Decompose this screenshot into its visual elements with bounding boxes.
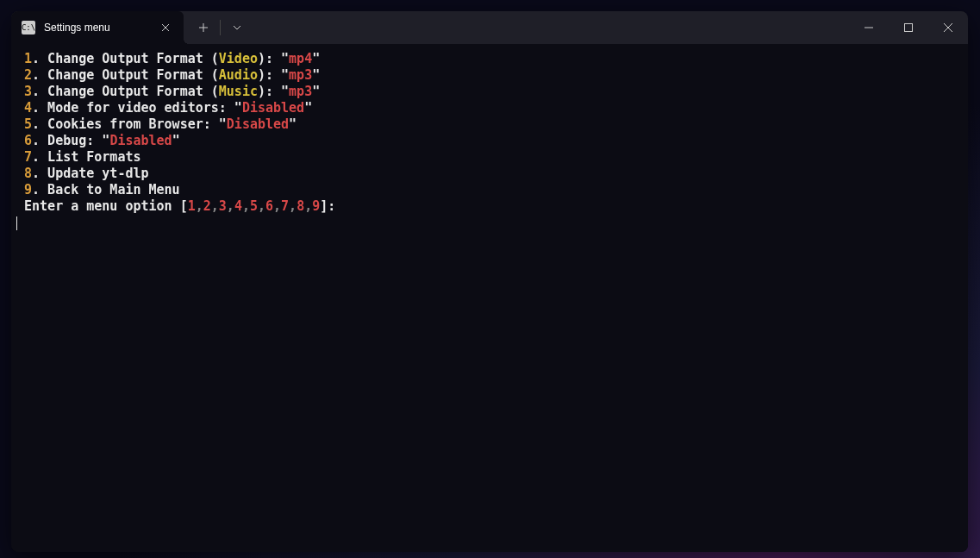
tab-actions bbox=[189, 11, 252, 44]
close-window-button[interactable] bbox=[928, 11, 968, 44]
close-icon bbox=[161, 23, 170, 32]
text-cursor bbox=[16, 216, 17, 230]
minimize-icon bbox=[865, 23, 873, 32]
chevron-down-icon bbox=[233, 25, 241, 30]
terminal-icon: C:\ bbox=[22, 21, 35, 34]
terminal-output[interactable]: 1. Change Output Format (Video): "mp4" 2… bbox=[11, 44, 968, 552]
tab-title: Settings menu bbox=[44, 22, 149, 34]
close-icon bbox=[944, 23, 952, 32]
separator bbox=[220, 20, 221, 35]
terminal-window: C:\ Settings menu bbox=[11, 11, 968, 552]
tab-close-button[interactable] bbox=[158, 20, 173, 35]
svg-rect-0 bbox=[905, 24, 913, 32]
title-bar: C:\ Settings menu bbox=[11, 11, 968, 44]
maximize-icon bbox=[904, 23, 913, 32]
maximize-button[interactable] bbox=[889, 11, 928, 44]
window-controls bbox=[849, 11, 968, 44]
tab-dropdown-button[interactable] bbox=[222, 15, 252, 41]
minimize-button[interactable] bbox=[849, 11, 889, 44]
titlebar-drag-area[interactable] bbox=[252, 11, 849, 44]
tab-settings-menu[interactable]: C:\ Settings menu bbox=[11, 11, 184, 44]
new-tab-button[interactable] bbox=[189, 15, 218, 41]
plus-icon bbox=[199, 23, 208, 32]
